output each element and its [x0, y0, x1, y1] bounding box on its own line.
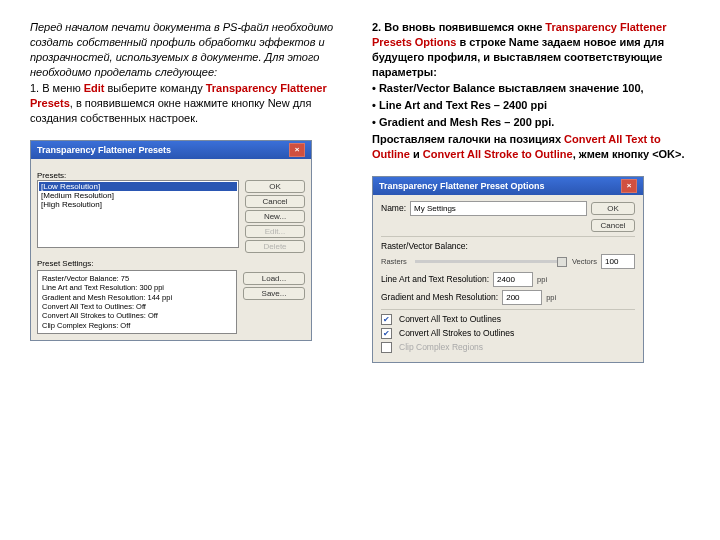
bullet-3: Gradient and Mesh Res – 200 ppi.	[372, 115, 690, 130]
figure-presets-dialog: Transparency Flattener Presets × Presets…	[30, 140, 348, 341]
name-label: Name:	[381, 203, 406, 213]
slider-thumb[interactable]	[557, 257, 567, 267]
edit-button[interactable]: Edit...	[245, 225, 305, 238]
window-title: Transparency Flattener Preset Options	[379, 181, 545, 191]
bullet-1: Raster/Vector Balance выставляем значени…	[372, 81, 690, 96]
window-body: Presets: [Low Resolution] [Medium Resolu…	[31, 159, 311, 340]
t: 2. Во вновь появившемся окне	[372, 21, 545, 33]
window-body: Name: My Settings OK Cancel Raster/Vecto…	[373, 195, 643, 362]
close-icon[interactable]: ×	[289, 143, 305, 157]
grad-res-row: Gradient and Mesh Resolution: 200 ppi	[381, 290, 635, 305]
setting-line: Raster/Vector Balance: 75	[42, 274, 232, 283]
edit-menu-ref: Edit	[84, 82, 105, 94]
right-column: 2. Во вновь появившемся окне Transparenc…	[372, 20, 690, 363]
presets-area: [Low Resolution] [Medium Resolution] [Hi…	[37, 180, 305, 253]
t: , в появившемся окне нажмите кнопку New …	[30, 97, 312, 124]
setting-line: Convert All Text to Outlines: Off	[42, 302, 232, 311]
page-columns: Перед началом печати документа в PS-файл…	[30, 20, 690, 363]
balance-row: Raster/Vector Balance:	[381, 241, 635, 251]
options-window: Transparency Flattener Preset Options × …	[372, 176, 644, 363]
presets-listbox[interactable]: [Low Resolution] [Medium Resolution] [Hi…	[37, 180, 239, 248]
setting-line: Line Art and Text Resolution: 300 ppi	[42, 283, 232, 292]
name-row: Name: My Settings OK	[381, 201, 635, 216]
list-item[interactable]: [High Resolution]	[39, 200, 237, 209]
ppi-unit: ppi	[537, 275, 547, 284]
rasters-label: Rasters	[381, 257, 407, 266]
setting-line: Clip Complex Regions: Off	[42, 321, 232, 330]
bullet-2: Line Art and Text Res – 2400 ppi	[372, 98, 690, 113]
divider	[381, 236, 635, 237]
ok-button[interactable]: OK	[591, 202, 635, 215]
balance-label: Raster/Vector Balance:	[381, 241, 468, 251]
clip-regions-checkbox[interactable]: Clip Complex Regions	[381, 342, 635, 353]
balance-input[interactable]: 100	[601, 254, 635, 269]
line-res-input[interactable]: 2400	[493, 272, 533, 287]
presets-window: Transparency Flattener Presets × Presets…	[30, 140, 312, 341]
right-step2-intro: 2. Во вновь появившемся окне Transparenc…	[372, 20, 690, 79]
left-intro-text: Перед началом печати документа в PS-файл…	[30, 20, 348, 79]
grad-res-input[interactable]: 200	[502, 290, 542, 305]
close-icon[interactable]: ×	[621, 179, 637, 193]
delete-button[interactable]: Delete	[245, 240, 305, 253]
line-res-row: Line Art and Text Resolution: 2400 ppi	[381, 272, 635, 287]
t: 1. В меню	[30, 82, 84, 94]
convert-stroke-checkbox[interactable]: Convert All Strokes to Outlines	[381, 328, 635, 339]
new-button[interactable]: New...	[245, 210, 305, 223]
grad-res-label: Gradient and Mesh Resolution:	[381, 292, 498, 302]
button-column: OK Cancel New... Edit... Delete	[245, 180, 305, 253]
line-res-label: Line Art and Text Resolution:	[381, 274, 489, 284]
load-save-buttons: Load... Save...	[243, 272, 305, 300]
convert-stroke-ref: Convert All Stroke to Outline	[423, 148, 573, 160]
t: выберите команду	[104, 82, 205, 94]
ok-button[interactable]: OK	[245, 180, 305, 193]
t: Проставляем галочки на позициях	[372, 133, 564, 145]
settings-box: Raster/Vector Balance: 75 Line Art and T…	[37, 270, 237, 334]
t: , жмем кнопку <OK>.	[573, 148, 685, 160]
settings-label: Preset Settings:	[37, 259, 305, 268]
list-item[interactable]: [Low Resolution]	[39, 182, 237, 191]
balance-slider[interactable]	[415, 260, 564, 263]
presets-label: Presets:	[37, 171, 305, 180]
save-button[interactable]: Save...	[243, 287, 305, 300]
right-step2-end: Проставляем галочки на позициях Convert …	[372, 132, 690, 162]
name-input[interactable]: My Settings	[410, 201, 587, 216]
cancel-button[interactable]: Cancel	[591, 219, 635, 232]
vectors-label: Vectors	[572, 257, 597, 266]
load-button[interactable]: Load...	[243, 272, 305, 285]
titlebar: Transparency Flattener Presets ×	[31, 141, 311, 159]
left-column: Перед началом печати документа в PS-файл…	[30, 20, 348, 363]
setting-line: Gradient and Mesh Resolution: 144 ppi	[42, 293, 232, 302]
divider	[381, 309, 635, 310]
cancel-button[interactable]: Cancel	[245, 195, 305, 208]
t: и	[410, 148, 423, 160]
titlebar: Transparency Flattener Preset Options ×	[373, 177, 643, 195]
list-item[interactable]: [Medium Resolution]	[39, 191, 237, 200]
setting-line: Convert All Strokes to Outlines: Off	[42, 311, 232, 320]
left-step1: 1. В меню Edit выберите команду Transpar…	[30, 81, 348, 126]
ppi-unit: ppi	[546, 293, 556, 302]
balance-slider-row: Rasters Vectors 100	[381, 254, 635, 269]
window-title: Transparency Flattener Presets	[37, 145, 171, 155]
figure-options-dialog: Transparency Flattener Preset Options × …	[372, 176, 690, 363]
convert-text-checkbox[interactable]: Convert All Text to Outlines	[381, 314, 635, 325]
